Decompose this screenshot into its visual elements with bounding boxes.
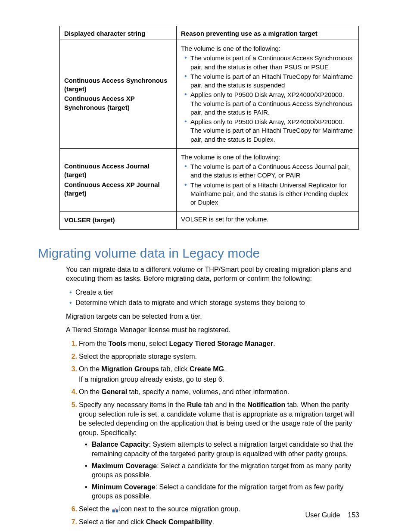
- intro-paragraph: You can migrate data to a different volu…: [66, 265, 359, 283]
- page-footer: User Guide 153: [305, 511, 359, 519]
- table-cell-text: Continuous Access Synchronous (target): [64, 76, 172, 94]
- page-number: 153: [348, 511, 359, 519]
- footer-label: User Guide: [305, 511, 340, 519]
- table-cell-text: VOLSER (target): [64, 216, 172, 224]
- table-cell-text: Continuous Access Journal (target): [64, 162, 172, 180]
- table-header-1: Reason preventing use as a migration tar…: [177, 26, 359, 40]
- table-cell-text: Continuous Access XP Journal (target): [64, 180, 172, 198]
- step-subtext: If a migration group already exists, go …: [79, 375, 359, 384]
- step-item: Select the appropriate storage system.: [79, 352, 359, 361]
- table-cell-bullet: The volume is part of an Hitachi TrueCop…: [190, 72, 354, 90]
- svg-rect-0: [112, 510, 115, 512]
- table-cell-text: The volume is one of the following:: [181, 153, 354, 162]
- table-cell-text: Continuous Access XP Synchronous (target…: [64, 94, 172, 112]
- step-item: On the Migration Groups tab, click Creat…: [79, 364, 359, 384]
- prerequisite-list: Create a tier Determine which data to mi…: [66, 288, 359, 308]
- step-item: On the General tab, specify a name, volu…: [79, 387, 359, 397]
- body-paragraph: A Tiered Storage Manager license must be…: [66, 325, 359, 335]
- table-cell-bullet: Applies only to P9500 Disk Array, XP2400…: [190, 90, 354, 117]
- step-sub-bullet: Balance Capacity: System attempts to sel…: [92, 440, 359, 458]
- table-row: VOLSER (target) VOLSER is set for the vo…: [60, 212, 359, 229]
- step-item: Specify any necessary items in the Rule …: [79, 400, 359, 501]
- migration-target-table: Displayed character string Reason preven…: [59, 26, 359, 230]
- table-cell-bullet: Applies only to P9500 Disk Array, XP2400…: [190, 118, 354, 144]
- list-item: Determine which data to migrate and whic…: [75, 298, 359, 308]
- list-item: Create a tier: [75, 288, 359, 297]
- step-sub-bullet: Minimum Coverage: Select a candidate for…: [92, 482, 359, 501]
- procedure-steps: From the Tools menu, select Legacy Tiere…: [66, 339, 359, 526]
- migration-icon: [112, 507, 119, 513]
- table-cell-bullet: The volume is part of a Continuous Acces…: [190, 54, 354, 72]
- table-cell-text: VOLSER is set for the volume.: [181, 215, 268, 223]
- table-cell-text: The volume is one of the following:: [181, 44, 354, 53]
- step-sub-bullet: Maximum Coverage: Select a candidate for…: [92, 461, 359, 480]
- table-cell-bullet: The volume is part of a Hitachi Universa…: [190, 181, 354, 207]
- body-paragraph: Migration targets can be selected from a…: [66, 312, 359, 321]
- svg-rect-1: [116, 510, 118, 512]
- table-cell-bullet: The volume is part of a Continuous Acces…: [190, 162, 354, 180]
- table-row: Continuous Access Synchronous (target) C…: [60, 40, 359, 149]
- table-row: Continuous Access Journal (target) Conti…: [60, 148, 359, 212]
- section-heading: Migrating volume data in Legacy mode: [38, 246, 359, 261]
- table-header-0: Displayed character string: [60, 26, 177, 40]
- step-item: From the Tools menu, select Legacy Tiere…: [79, 339, 359, 348]
